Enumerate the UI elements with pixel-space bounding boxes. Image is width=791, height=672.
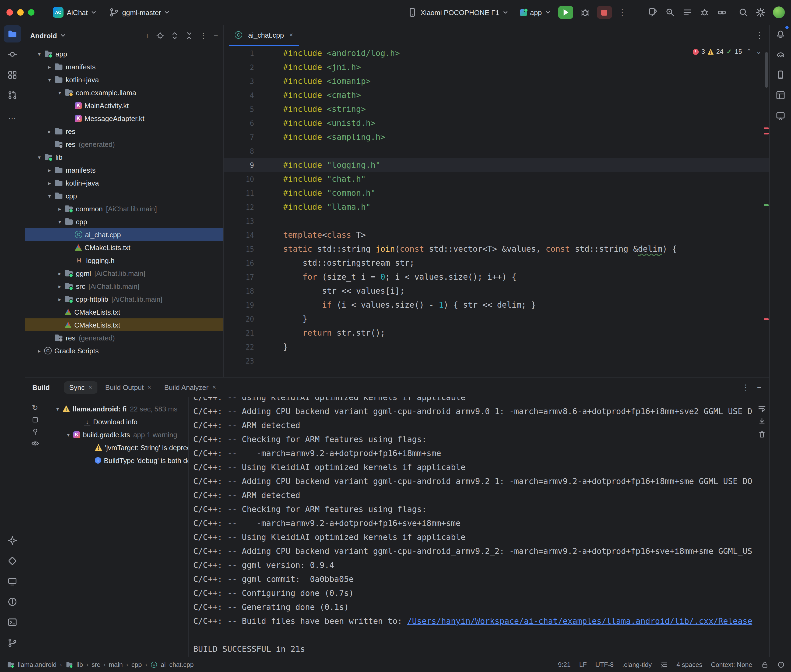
run-button[interactable] bbox=[558, 6, 573, 19]
profile-avatar[interactable] bbox=[773, 6, 785, 18]
next-problem-icon[interactable]: ⌄ bbox=[756, 48, 761, 55]
hide-panel-icon[interactable]: − bbox=[214, 31, 218, 40]
breadcrumb-item[interactable]: lib bbox=[65, 660, 83, 669]
error-stripe-mark[interactable] bbox=[764, 133, 769, 134]
tree-chevron-icon[interactable]: ▸ bbox=[55, 296, 64, 302]
tree-item[interactable]: CMakeLists.txt bbox=[25, 306, 223, 318]
version-control-tool-icon[interactable] bbox=[4, 634, 21, 656]
clear-console-icon[interactable] bbox=[757, 430, 766, 438]
context-widget[interactable]: Context: None bbox=[711, 661, 752, 668]
build-output-link[interactable]: /Users/hanyin/Workspace/ai-chat/examples… bbox=[407, 616, 752, 626]
tree-item[interactable]: CMakeLists.txt bbox=[25, 318, 223, 331]
editor-scrollbar[interactable] bbox=[765, 52, 768, 88]
line-number[interactable]: 10 bbox=[224, 175, 266, 183]
minimize-window-button[interactable] bbox=[17, 9, 24, 16]
line-number[interactable]: 6 bbox=[224, 119, 266, 127]
close-tab-icon[interactable]: × bbox=[212, 384, 216, 391]
scroll-to-end-icon[interactable] bbox=[757, 418, 766, 426]
caret-position[interactable]: 9:21 bbox=[558, 661, 571, 668]
tree-chevron-icon[interactable]: ▸ bbox=[45, 128, 55, 134]
clang-tidy-widget[interactable]: .clang-tidy bbox=[622, 661, 651, 668]
line-number[interactable]: 5 bbox=[224, 105, 266, 113]
tree-chevron-icon[interactable]: ▾ bbox=[45, 193, 55, 199]
line-number[interactable]: 2 bbox=[224, 63, 266, 71]
tree-item[interactable]: ▾!llama.android: fi22 sec, 583 ms bbox=[45, 402, 188, 415]
editor-tab[interactable]: C ai_chat.cpp × bbox=[229, 25, 298, 46]
project-view-selector[interactable]: Android bbox=[30, 32, 57, 40]
tree-chevron-icon[interactable]: ▾ bbox=[34, 154, 44, 160]
line-number[interactable]: 3 bbox=[224, 77, 266, 85]
tree-item[interactable]: KMessageAdapter.kt bbox=[25, 112, 223, 125]
locate-file-icon[interactable] bbox=[156, 32, 164, 40]
tree-item[interactable]: ▸manifests bbox=[25, 163, 223, 176]
line-number[interactable]: 1 bbox=[224, 49, 266, 57]
line-number[interactable]: 13 bbox=[224, 217, 266, 225]
tree-item[interactable]: iBuildType 'debug' is both de bbox=[45, 454, 188, 467]
pin-icon[interactable] bbox=[31, 427, 39, 436]
line-number[interactable]: 18 bbox=[224, 287, 266, 295]
pull-requests-tool-icon[interactable] bbox=[4, 86, 21, 104]
tree-item[interactable]: ▾Kbuild.gradle.ktsapp 1 warning bbox=[45, 428, 188, 441]
tree-item[interactable]: res(generated) bbox=[25, 331, 223, 344]
line-number[interactable]: 7 bbox=[224, 133, 266, 141]
more-tool-windows-icon[interactable]: … bbox=[4, 107, 21, 124]
inspections-indicator-icon[interactable] bbox=[777, 661, 785, 668]
tree-chevron-icon[interactable]: ▸ bbox=[55, 206, 64, 212]
device-file-explorer-icon[interactable] bbox=[772, 66, 789, 83]
studio-bot-tool-icon[interactable] bbox=[4, 532, 21, 549]
notifications-icon[interactable] bbox=[772, 25, 789, 43]
line-number[interactable]: 8 bbox=[224, 147, 266, 155]
readonly-lock-icon[interactable] bbox=[761, 661, 769, 668]
line-number[interactable]: 20 bbox=[224, 315, 266, 323]
running-devices-tool-icon[interactable] bbox=[4, 573, 21, 590]
breadcrumb-item[interactable]: cpp bbox=[132, 661, 142, 668]
line-number[interactable]: 9 bbox=[224, 161, 266, 169]
gradle-icon[interactable] bbox=[772, 46, 789, 63]
tree-item[interactable]: ▸kotlin+java bbox=[25, 176, 223, 189]
tree-chevron-icon[interactable]: ▸ bbox=[45, 180, 55, 186]
assistant-icon[interactable] bbox=[772, 107, 789, 124]
build-tab[interactable]: Build Analyzer× bbox=[159, 381, 221, 394]
panel-options-icon[interactable]: ⋮ bbox=[200, 31, 207, 40]
device-manager-icon[interactable] bbox=[665, 8, 675, 17]
line-number[interactable]: 15 bbox=[224, 245, 266, 253]
project-widget[interactable]: AC AiChat bbox=[48, 5, 101, 20]
problems-tool-icon[interactable] bbox=[4, 593, 21, 610]
line-number[interactable]: 14 bbox=[224, 231, 266, 239]
tree-chevron-icon[interactable]: ▸ bbox=[55, 270, 64, 276]
logcat-icon[interactable] bbox=[682, 8, 692, 17]
breadcrumb-item[interactable]: llama.android bbox=[6, 660, 56, 669]
more-actions-icon[interactable]: ⋮ bbox=[615, 8, 629, 17]
tree-item[interactable]: ▾lib bbox=[25, 150, 223, 163]
prev-problem-icon[interactable]: ⌃ bbox=[746, 48, 752, 55]
tree-item[interactable]: ↓Download info bbox=[45, 415, 188, 428]
code-style-icon[interactable] bbox=[661, 661, 668, 668]
layout-inspector-icon[interactable] bbox=[772, 86, 789, 104]
line-number[interactable]: 19 bbox=[224, 301, 266, 309]
tree-item[interactable]: ▸common[AiChat.lib.main] bbox=[25, 202, 223, 215]
error-stripe-mark[interactable] bbox=[764, 128, 769, 129]
tree-chevron-icon[interactable]: ▾ bbox=[45, 77, 55, 83]
debug-button[interactable] bbox=[576, 4, 594, 21]
tree-item[interactable]: ▾cpp bbox=[25, 189, 223, 202]
build-options-icon[interactable]: ⋮ bbox=[742, 383, 749, 392]
build-tab[interactable]: Sync× bbox=[64, 381, 98, 394]
add-icon[interactable]: + bbox=[145, 31, 150, 40]
tree-item[interactable]: ▸cpp-httplib[AiChat.lib.main] bbox=[25, 293, 223, 306]
tree-chevron-icon[interactable]: ▸ bbox=[34, 348, 44, 354]
tree-item[interactable]: ▾kotlin+java bbox=[25, 73, 223, 86]
structure-tool-icon[interactable] bbox=[4, 66, 21, 83]
stop-button[interactable] bbox=[597, 6, 612, 19]
build-tab[interactable]: Build Output× bbox=[100, 381, 157, 394]
tree-item[interactable]: ▸ggml[AiChat.lib.main] bbox=[25, 267, 223, 280]
line-number[interactable]: 11 bbox=[224, 189, 266, 197]
tree-chevron-icon[interactable]: ▸ bbox=[45, 64, 55, 70]
tree-chevron-icon[interactable]: ▾ bbox=[53, 406, 63, 412]
tree-chevron-icon[interactable]: ▸ bbox=[55, 283, 64, 289]
tree-chevron-icon[interactable]: ▾ bbox=[34, 51, 44, 57]
line-number[interactable]: 16 bbox=[224, 259, 266, 267]
commit-tool-icon[interactable] bbox=[4, 46, 21, 63]
editor-options-icon[interactable]: ⋮ bbox=[756, 30, 764, 40]
tree-chevron-icon[interactable]: ▾ bbox=[64, 432, 73, 437]
close-tab-icon[interactable]: × bbox=[289, 31, 293, 39]
